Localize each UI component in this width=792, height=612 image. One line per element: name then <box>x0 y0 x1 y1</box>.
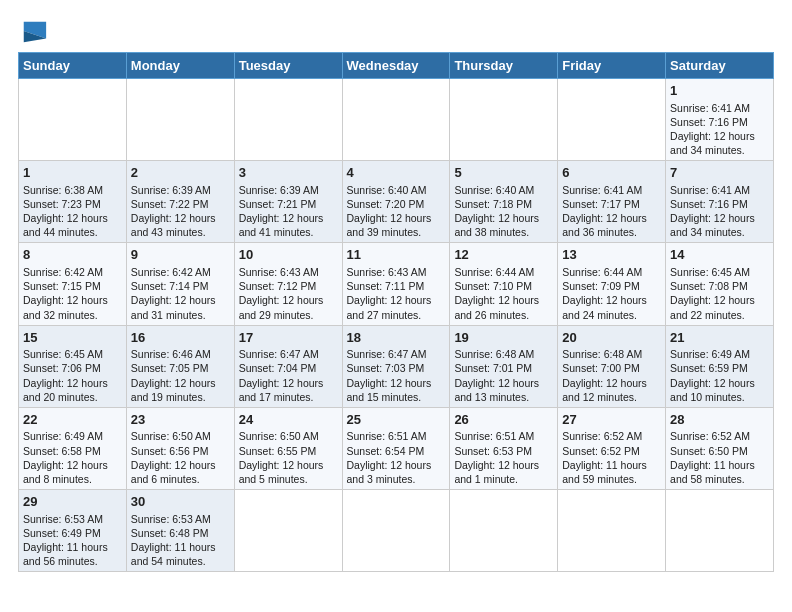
sunrise: Sunrise: 6:48 AM <box>454 348 534 360</box>
calendar-header-saturday: Saturday <box>666 53 774 79</box>
calendar-cell: 5Sunrise: 6:40 AMSunset: 7:18 PMDaylight… <box>450 161 558 243</box>
daylight: Daylight: 12 hours and 22 minutes. <box>670 294 755 320</box>
day-number: 16 <box>131 329 230 347</box>
calendar-cell: 11Sunrise: 6:43 AMSunset: 7:11 PMDayligh… <box>342 243 450 325</box>
daylight: Daylight: 12 hours and 3 minutes. <box>347 459 432 485</box>
sunset: Sunset: 7:15 PM <box>23 280 101 292</box>
day-number: 28 <box>670 411 769 429</box>
sunset: Sunset: 7:17 PM <box>562 198 640 210</box>
calendar-cell: 28Sunrise: 6:52 AMSunset: 6:50 PMDayligh… <box>666 407 774 489</box>
daylight: Daylight: 12 hours and 5 minutes. <box>239 459 324 485</box>
sunrise: Sunrise: 6:45 AM <box>670 266 750 278</box>
calendar-header-friday: Friday <box>558 53 666 79</box>
sunset: Sunset: 6:52 PM <box>562 445 640 457</box>
sunrise: Sunrise: 6:52 AM <box>670 430 750 442</box>
sunset: Sunset: 7:03 PM <box>347 362 425 374</box>
sunset: Sunset: 7:01 PM <box>454 362 532 374</box>
day-number: 1 <box>23 164 122 182</box>
sunset: Sunset: 7:04 PM <box>239 362 317 374</box>
calendar-week-row: 15Sunrise: 6:45 AMSunset: 7:06 PMDayligh… <box>19 325 774 407</box>
sunset: Sunset: 7:18 PM <box>454 198 532 210</box>
daylight: Daylight: 11 hours and 58 minutes. <box>670 459 755 485</box>
sunrise: Sunrise: 6:41 AM <box>670 184 750 196</box>
daylight: Daylight: 12 hours and 1 minute. <box>454 459 539 485</box>
sunset: Sunset: 6:59 PM <box>670 362 748 374</box>
calendar-cell: 2Sunrise: 6:39 AMSunset: 7:22 PMDaylight… <box>126 161 234 243</box>
daylight: Daylight: 12 hours and 17 minutes. <box>239 377 324 403</box>
sunrise: Sunrise: 6:51 AM <box>347 430 427 442</box>
sunset: Sunset: 7:16 PM <box>670 116 748 128</box>
calendar-cell: 23Sunrise: 6:50 AMSunset: 6:56 PMDayligh… <box>126 407 234 489</box>
daylight: Daylight: 12 hours and 12 minutes. <box>562 377 647 403</box>
day-number: 12 <box>454 246 553 264</box>
daylight: Daylight: 11 hours and 56 minutes. <box>23 541 108 567</box>
calendar-cell: 13Sunrise: 6:44 AMSunset: 7:09 PMDayligh… <box>558 243 666 325</box>
day-number: 20 <box>562 329 661 347</box>
calendar-cell: 26Sunrise: 6:51 AMSunset: 6:53 PMDayligh… <box>450 407 558 489</box>
day-number: 11 <box>347 246 446 264</box>
daylight: Daylight: 12 hours and 10 minutes. <box>670 377 755 403</box>
day-number: 19 <box>454 329 553 347</box>
sunset: Sunset: 6:56 PM <box>131 445 209 457</box>
calendar-week-row: 22Sunrise: 6:49 AMSunset: 6:58 PMDayligh… <box>19 407 774 489</box>
sunrise: Sunrise: 6:48 AM <box>562 348 642 360</box>
day-number: 23 <box>131 411 230 429</box>
daylight: Daylight: 12 hours and 39 minutes. <box>347 212 432 238</box>
daylight: Daylight: 12 hours and 43 minutes. <box>131 212 216 238</box>
sunrise: Sunrise: 6:43 AM <box>347 266 427 278</box>
sunrise: Sunrise: 6:50 AM <box>239 430 319 442</box>
daylight: Daylight: 12 hours and 41 minutes. <box>239 212 324 238</box>
sunset: Sunset: 7:06 PM <box>23 362 101 374</box>
calendar-cell <box>450 79 558 161</box>
sunrise: Sunrise: 6:49 AM <box>23 430 103 442</box>
sunrise: Sunrise: 6:40 AM <box>347 184 427 196</box>
sunset: Sunset: 7:09 PM <box>562 280 640 292</box>
day-number: 2 <box>131 164 230 182</box>
calendar-cell: 20Sunrise: 6:48 AMSunset: 7:00 PMDayligh… <box>558 325 666 407</box>
calendar-cell: 10Sunrise: 6:43 AMSunset: 7:12 PMDayligh… <box>234 243 342 325</box>
calendar-cell: 12Sunrise: 6:44 AMSunset: 7:10 PMDayligh… <box>450 243 558 325</box>
daylight: Daylight: 12 hours and 8 minutes. <box>23 459 108 485</box>
daylight: Daylight: 12 hours and 36 minutes. <box>562 212 647 238</box>
calendar-cell <box>19 79 127 161</box>
calendar-cell: 25Sunrise: 6:51 AMSunset: 6:54 PMDayligh… <box>342 407 450 489</box>
sunrise: Sunrise: 6:39 AM <box>239 184 319 196</box>
calendar-cell <box>558 490 666 572</box>
day-number: 4 <box>347 164 446 182</box>
sunrise: Sunrise: 6:53 AM <box>23 513 103 525</box>
calendar-cell: 21Sunrise: 6:49 AMSunset: 6:59 PMDayligh… <box>666 325 774 407</box>
sunrise: Sunrise: 6:52 AM <box>562 430 642 442</box>
sunrise: Sunrise: 6:38 AM <box>23 184 103 196</box>
day-number: 17 <box>239 329 338 347</box>
sunset: Sunset: 7:23 PM <box>23 198 101 210</box>
calendar-cell: 19Sunrise: 6:48 AMSunset: 7:01 PMDayligh… <box>450 325 558 407</box>
daylight: Daylight: 12 hours and 15 minutes. <box>347 377 432 403</box>
calendar-week-row: 1Sunrise: 6:41 AMSunset: 7:16 PMDaylight… <box>19 79 774 161</box>
sunset: Sunset: 6:48 PM <box>131 527 209 539</box>
day-number: 25 <box>347 411 446 429</box>
daylight: Daylight: 12 hours and 32 minutes. <box>23 294 108 320</box>
calendar-header-row: SundayMondayTuesdayWednesdayThursdayFrid… <box>19 53 774 79</box>
calendar-cell: 29Sunrise: 6:53 AMSunset: 6:49 PMDayligh… <box>19 490 127 572</box>
day-number: 6 <box>562 164 661 182</box>
sunset: Sunset: 7:11 PM <box>347 280 425 292</box>
sunset: Sunset: 7:14 PM <box>131 280 209 292</box>
sunrise: Sunrise: 6:47 AM <box>347 348 427 360</box>
daylight: Daylight: 12 hours and 19 minutes. <box>131 377 216 403</box>
calendar-cell: 24Sunrise: 6:50 AMSunset: 6:55 PMDayligh… <box>234 407 342 489</box>
day-number: 14 <box>670 246 769 264</box>
sunrise: Sunrise: 6:43 AM <box>239 266 319 278</box>
daylight: Daylight: 12 hours and 29 minutes. <box>239 294 324 320</box>
calendar-cell: 6Sunrise: 6:41 AMSunset: 7:17 PMDaylight… <box>558 161 666 243</box>
calendar-table: SundayMondayTuesdayWednesdayThursdayFrid… <box>18 52 774 572</box>
sunset: Sunset: 6:55 PM <box>239 445 317 457</box>
sunset: Sunset: 6:49 PM <box>23 527 101 539</box>
sunset: Sunset: 7:22 PM <box>131 198 209 210</box>
calendar-cell <box>666 490 774 572</box>
sunrise: Sunrise: 6:46 AM <box>131 348 211 360</box>
day-number: 29 <box>23 493 122 511</box>
sunset: Sunset: 7:21 PM <box>239 198 317 210</box>
calendar-cell: 30Sunrise: 6:53 AMSunset: 6:48 PMDayligh… <box>126 490 234 572</box>
calendar-cell: 7Sunrise: 6:41 AMSunset: 7:16 PMDaylight… <box>666 161 774 243</box>
calendar-cell: 17Sunrise: 6:47 AMSunset: 7:04 PMDayligh… <box>234 325 342 407</box>
